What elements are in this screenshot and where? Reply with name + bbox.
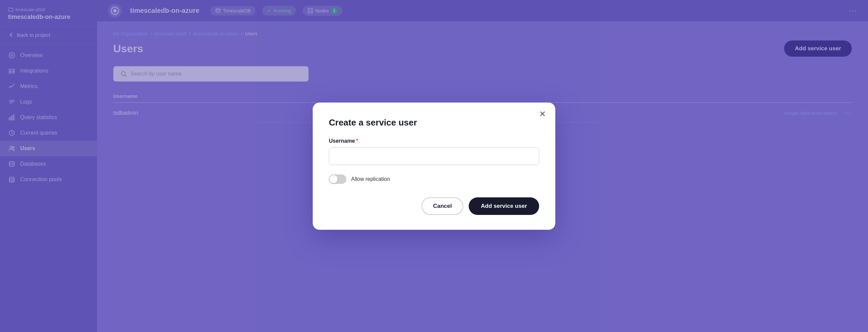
allow-replication-label: Allow replication	[351, 176, 390, 182]
modal-close-button[interactable]: ✕	[539, 110, 546, 118]
required-star: *	[356, 138, 358, 144]
username-label: Username *	[329, 138, 539, 144]
allow-replication-row: Allow replication	[329, 174, 539, 184]
modal-overlay: Create a service user ✕ Username * Allow…	[0, 0, 868, 332]
add-service-user-submit-button[interactable]: Add service user	[469, 197, 539, 215]
create-service-user-modal: Create a service user ✕ Username * Allow…	[313, 103, 555, 230]
modal-footer: Cancel Add service user	[329, 197, 539, 215]
modal-title: Create a service user	[329, 117, 539, 128]
username-input[interactable]	[329, 147, 539, 165]
toggle-knob	[330, 175, 338, 183]
cancel-button[interactable]: Cancel	[422, 197, 463, 215]
allow-replication-toggle[interactable]	[329, 174, 346, 184]
